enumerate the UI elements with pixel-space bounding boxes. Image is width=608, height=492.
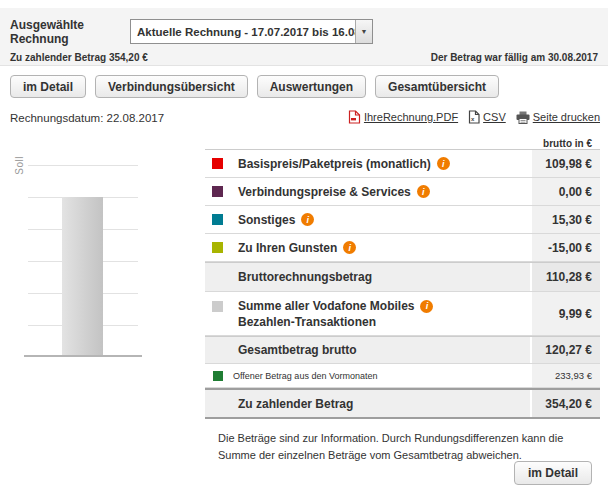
chart-y-axis-label: Soll bbox=[14, 156, 25, 175]
chart-bar bbox=[62, 197, 103, 355]
invoice-select-value: Aktuelle Rechnung - 17.07.2017 bis 16.08… bbox=[131, 26, 355, 38]
pdf-icon bbox=[348, 110, 361, 124]
row-label: Offener Betrag aus den Vormonaten bbox=[233, 371, 377, 381]
info-icon[interactable] bbox=[420, 300, 433, 313]
table-row: Summe aller Vodafone Mobiles Bezahlen-Tr… bbox=[205, 292, 600, 336]
tab-auswertungen[interactable]: Auswertungen bbox=[257, 75, 366, 98]
chart-gridline bbox=[28, 165, 138, 166]
row-label: Gesamtbetrag brutto bbox=[238, 343, 357, 357]
invoice-selector-panel: Ausgewählte Rechnung Aktuelle Rechnung -… bbox=[0, 8, 608, 66]
invoice-select[interactable]: Aktuelle Rechnung - 17.07.2017 bis 16.08… bbox=[130, 19, 373, 44]
rounding-note: Die Beträge sind zur Information. Durch … bbox=[218, 430, 598, 464]
tab-verbindungsuebersicht[interactable]: Verbindungsübersicht bbox=[95, 75, 248, 98]
table-row: Basispreis/Paketpreis (monatlich) 109,98… bbox=[205, 150, 600, 178]
row-value: 0,00 € bbox=[530, 178, 600, 205]
printer-icon bbox=[516, 111, 530, 124]
row-label: Bruttorechnungsbetrag bbox=[238, 270, 372, 284]
row-label: Verbindungspreise & Services bbox=[238, 185, 411, 199]
row-value: 354,20 € bbox=[530, 390, 600, 417]
soll-bar-chart: Soll bbox=[10, 150, 142, 365]
due-date-text: Der Betrag war fällig am 30.08.2017 bbox=[431, 52, 598, 63]
row-label: Summe aller Vodafone Mobiles bbox=[238, 299, 414, 313]
amount-due-text: Zu zahlender Betrag 354,20 € bbox=[10, 52, 148, 63]
info-icon[interactable] bbox=[437, 157, 450, 170]
chart-baseline bbox=[24, 355, 142, 357]
tab-gesamtuebersicht[interactable]: Gesamtübersicht bbox=[375, 75, 499, 98]
table-row-subtotal: Gesamtbetrag brutto 120,27 € bbox=[205, 336, 600, 364]
table-row: Offener Betrag aus den Vormonaten 233,93… bbox=[205, 364, 600, 388]
table-row: Verbindungspreise & Services 0,00 € bbox=[205, 178, 600, 206]
row-value: 233,93 € bbox=[530, 364, 600, 387]
invoice-date: Rechnungsdatum: 22.08.2017 bbox=[10, 112, 164, 124]
document-links: IhreRechnung.PDF x CSV Seite drucken bbox=[348, 110, 600, 124]
row-label: Basispreis/Paketpreis (monatlich) bbox=[238, 157, 431, 171]
legend-color-swatch bbox=[212, 301, 223, 312]
row-value: 120,27 € bbox=[530, 337, 600, 363]
print-page-link[interactable]: Seite drucken bbox=[516, 111, 600, 124]
table-row-grand-total: Zu zahlender Betrag 354,20 € bbox=[205, 388, 600, 419]
table-row: Sonstiges 15,30 € bbox=[205, 206, 600, 234]
row-label: Sonstiges bbox=[238, 213, 295, 227]
im-detail-button[interactable]: im Detail bbox=[514, 461, 592, 485]
csv-download-link[interactable]: x CSV bbox=[468, 110, 506, 124]
chevron-down-icon[interactable]: ▼ bbox=[355, 20, 372, 43]
legend-color-swatch bbox=[212, 186, 223, 197]
row-value: 15,30 € bbox=[530, 206, 600, 233]
table-column-header: brutto in € bbox=[205, 138, 600, 150]
row-label: Zu Ihren Gunsten bbox=[238, 241, 337, 255]
legend-color-swatch bbox=[212, 242, 223, 253]
pdf-download-link[interactable]: IhreRechnung.PDF bbox=[348, 110, 458, 124]
tab-bar: im Detail Verbindungsübersicht Auswertun… bbox=[10, 75, 499, 98]
info-icon[interactable] bbox=[343, 241, 356, 254]
row-value: 9,99 € bbox=[530, 292, 600, 335]
row-label: Zu zahlender Betrag bbox=[238, 397, 353, 411]
selected-invoice-label: Ausgewählte Rechnung bbox=[10, 18, 130, 46]
csv-icon: x bbox=[468, 110, 480, 124]
table-row: Zu Ihren Gunsten -15,00 € bbox=[205, 234, 600, 262]
row-value: 109,98 € bbox=[530, 150, 600, 177]
info-icon[interactable] bbox=[301, 213, 314, 226]
invoice-amounts-table: brutto in € Basispreis/Paketpreis (monat… bbox=[205, 138, 600, 419]
legend-color-swatch bbox=[212, 158, 223, 169]
row-value: 110,28 € bbox=[530, 263, 600, 291]
legend-color-swatch bbox=[213, 371, 223, 381]
row-value: -15,00 € bbox=[530, 234, 600, 261]
tab-im-detail[interactable]: im Detail bbox=[10, 75, 86, 98]
legend-color-swatch bbox=[212, 214, 223, 225]
table-row-subtotal: Bruttorechnungsbetrag 110,28 € bbox=[205, 262, 600, 292]
info-icon[interactable] bbox=[417, 185, 430, 198]
row-label-line2: Bezahlen-Transaktionen bbox=[238, 315, 376, 329]
